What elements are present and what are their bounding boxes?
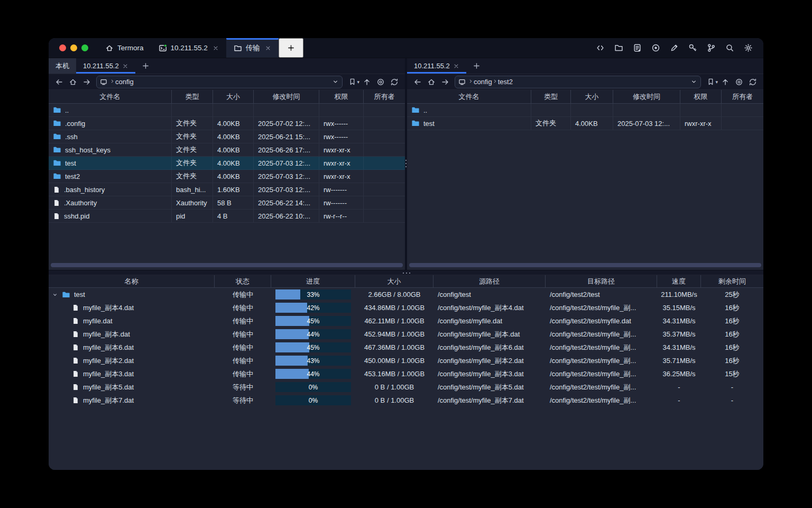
- tab-local[interactable]: 本机: [49, 58, 76, 74]
- column-header[interactable]: 进度: [271, 275, 355, 287]
- code-button[interactable]: [593, 41, 607, 55]
- transfer-row[interactable]: myfile_副本3.dat传输中44%453.16MB / 1.00GB/co…: [49, 367, 763, 380]
- refresh-button[interactable]: [388, 76, 401, 88]
- close-icon[interactable]: [122, 63, 128, 69]
- column-header[interactable]: 大小: [213, 90, 254, 103]
- path-input[interactable]: configtest2: [455, 76, 701, 88]
- tab-host-session[interactable]: 10.211.55.2: [151, 38, 226, 58]
- transfer-row[interactable]: myfile_副本7.dat等待中0%0 B / 1.00GB/config/t…: [49, 394, 763, 407]
- new-connection-button[interactable]: [466, 58, 487, 74]
- path-segment[interactable]: config: [474, 78, 492, 86]
- parent-dir-button[interactable]: [361, 76, 373, 88]
- transfer-row[interactable]: myfile_副本6.dat传输中45%467.36MB / 1.00GB/co…: [49, 341, 763, 354]
- minimize-window-button[interactable]: [70, 44, 77, 51]
- splitter-handle[interactable]: [405, 160, 407, 161]
- column-header[interactable]: 类型: [172, 90, 213, 103]
- record-button[interactable]: [649, 41, 662, 55]
- column-header[interactable]: 状态: [215, 275, 271, 287]
- horizontal-scrollbar[interactable]: [51, 263, 403, 267]
- tab-remote-host[interactable]: 10.211.55.2: [76, 58, 135, 74]
- horizontal-scrollbar[interactable]: [409, 263, 761, 267]
- forward-button[interactable]: [80, 76, 93, 88]
- column-header[interactable]: 所有者: [722, 90, 763, 103]
- show-hidden-button[interactable]: [374, 76, 387, 88]
- home-dir-button[interactable]: [425, 76, 438, 88]
- progress-bar: 45%: [275, 316, 351, 326]
- cell-eta: 16秒: [701, 354, 763, 367]
- folder-icon: [53, 146, 61, 154]
- column-header[interactable]: 文件名: [49, 90, 172, 103]
- refresh-button[interactable]: [746, 76, 759, 88]
- column-header[interactable]: 权限: [680, 90, 722, 103]
- splitter-handle[interactable]: [406, 273, 407, 274]
- cell-filename: .config: [49, 117, 172, 130]
- file-row[interactable]: ..: [49, 104, 405, 117]
- key-button[interactable]: [686, 41, 699, 55]
- notes-button[interactable]: [630, 41, 644, 55]
- bookmark-caret-icon[interactable]: ▾: [715, 79, 718, 85]
- file-row[interactable]: test2文件夹4.00KB2025-07-03 12:...rwxr-xr-x: [49, 170, 405, 183]
- close-icon[interactable]: [453, 63, 459, 69]
- transfer-row[interactable]: myfile_副本.dat传输中44%452.94MB / 1.00GB/con…: [49, 328, 763, 341]
- new-connection-button[interactable]: [135, 58, 156, 74]
- tab-transfer[interactable]: 传输: [226, 38, 279, 58]
- file-row[interactable]: test文件夹4.00KB2025-07-03 12:...rwxr-xr-x: [407, 117, 763, 130]
- tab-remote-host[interactable]: 10.211.55.2: [407, 58, 466, 74]
- column-header[interactable]: 类型: [531, 90, 571, 103]
- horizontal-splitter[interactable]: [49, 270, 763, 275]
- show-hidden-button[interactable]: [733, 76, 745, 88]
- collapse-icon[interactable]: [52, 292, 58, 298]
- file-row[interactable]: ssh_host_keys文件夹4.00KB2025-06-26 17:...r…: [49, 143, 405, 157]
- column-header[interactable]: 权限: [319, 90, 364, 103]
- path-segment[interactable]: config: [115, 78, 134, 86]
- folder-button[interactable]: [612, 41, 625, 55]
- forward-button[interactable]: [439, 76, 451, 88]
- branch-button[interactable]: [704, 41, 718, 55]
- bookmark-caret-icon[interactable]: ▾: [357, 79, 359, 85]
- file-row[interactable]: .ssh文件夹4.00KB2025-06-21 15:...rwx------: [49, 130, 405, 143]
- close-icon[interactable]: [265, 45, 271, 51]
- transfer-row[interactable]: myfile_副本5.dat等待中0%0 B / 1.00GB/config/t…: [49, 380, 763, 394]
- cell-name: test: [49, 288, 215, 301]
- new-tab-button[interactable]: [279, 38, 303, 58]
- column-header[interactable]: 大小: [355, 275, 433, 287]
- file-panes: 本机 10.211.55.2 config: [49, 58, 763, 270]
- back-button[interactable]: [411, 76, 424, 88]
- column-header[interactable]: 速度: [657, 275, 701, 287]
- cell-type: 文件夹: [172, 170, 213, 183]
- column-header[interactable]: 名称: [49, 275, 215, 287]
- file-row[interactable]: sshd.pidpid4 B2025-06-22 10:...rw-r--r--: [49, 210, 405, 223]
- column-header[interactable]: 源路径: [433, 275, 546, 287]
- file-row[interactable]: test文件夹4.00KB2025-07-03 12:...rwxr-xr-x: [49, 157, 405, 170]
- transfer-row[interactable]: test传输中33%2.66GB / 8.00GB/config/test/co…: [49, 288, 763, 301]
- file-row[interactable]: .bash_historybash_hi...1.60KB2025-07-03 …: [49, 183, 405, 196]
- zoom-window-button[interactable]: [81, 44, 88, 51]
- search-button[interactable]: [723, 41, 736, 55]
- close-icon[interactable]: [213, 45, 219, 51]
- transfer-row[interactable]: myfile_副本4.dat传输中42%434.86MB / 1.00GB/co…: [49, 301, 763, 314]
- path-segment[interactable]: test2: [498, 78, 513, 86]
- file-row[interactable]: ..: [407, 104, 763, 117]
- parent-dir-button[interactable]: [719, 76, 732, 88]
- column-header[interactable]: 大小: [571, 90, 613, 103]
- home-dir-button[interactable]: [67, 76, 79, 88]
- chevron-down-icon[interactable]: [690, 78, 697, 85]
- column-header[interactable]: 修改时间: [613, 90, 680, 103]
- transfer-row[interactable]: myfile_副本2.dat传输中43%450.00MB / 1.00GB/co…: [49, 354, 763, 367]
- settings-button[interactable]: [741, 41, 755, 55]
- column-header[interactable]: 修改时间: [254, 90, 319, 103]
- column-header[interactable]: 文件名: [407, 90, 531, 103]
- column-header[interactable]: 剩余时间: [701, 275, 763, 287]
- edit-button[interactable]: [667, 41, 681, 55]
- back-button[interactable]: [53, 76, 66, 88]
- column-header[interactable]: 所有者: [364, 90, 405, 103]
- close-window-button[interactable]: [59, 44, 66, 51]
- cell-speed: 35.71MB/s: [657, 354, 701, 367]
- file-row[interactable]: .XauthorityXauthority58 B2025-06-22 14:.…: [49, 196, 405, 210]
- file-row[interactable]: .config文件夹4.00KB2025-07-02 12:...rwx----…: [49, 117, 405, 130]
- tab-termora[interactable]: Termora: [98, 38, 151, 58]
- path-input[interactable]: config: [96, 76, 343, 88]
- column-header[interactable]: 目标路径: [546, 275, 657, 287]
- transfer-row[interactable]: myfile.dat传输中45%462.11MB / 1.00GB/config…: [49, 314, 763, 328]
- chevron-down-icon[interactable]: [332, 78, 339, 85]
